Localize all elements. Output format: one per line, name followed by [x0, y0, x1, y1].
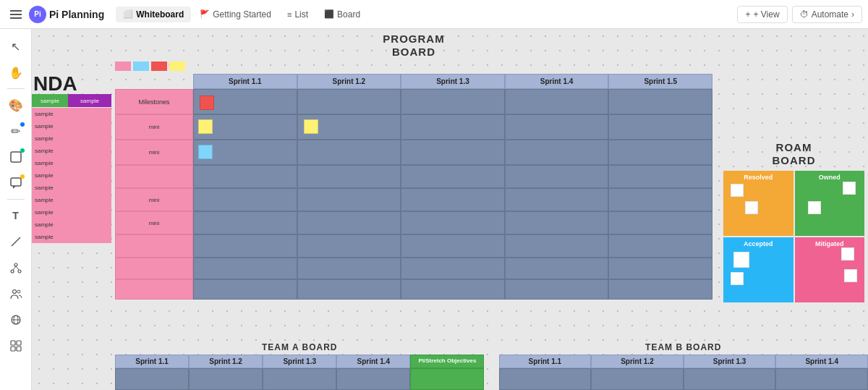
sprint-header-1: Sprint 1.1 — [193, 74, 297, 89]
color-blocks — [115, 62, 712, 71]
panel-row-11: sample — [32, 231, 111, 243]
sticky-yellow-2[interactable] — [304, 119, 318, 134]
svg-point-7 — [11, 270, 14, 273]
grid-cell-m1 — [193, 89, 297, 114]
roam-cell-accepted: Accepted — [723, 237, 793, 302]
grid-cell-r4s3 — [401, 188, 505, 211]
roam-board: ROAMBOARD Resolved Owned Accepted — [723, 141, 864, 302]
grid-cell-r5s3 — [401, 211, 505, 234]
roam-sticky-5[interactable] — [733, 252, 749, 268]
grid-cell-r2s1 — [193, 140, 297, 165]
svg-point-11 — [12, 290, 16, 294]
grid-row-1: mini — [115, 114, 712, 140]
roam-board-title: ROAMBOARD — [723, 141, 864, 167]
people-tool[interactable] — [4, 282, 27, 305]
grid-cell-r7s2 — [297, 258, 401, 279]
panel-row-2: sample — [32, 120, 111, 132]
network-tool[interactable] — [4, 256, 27, 279]
grid-cell-r8s4 — [505, 279, 609, 300]
text-tool[interactable]: T — [4, 204, 27, 227]
team-a-body-3 — [263, 368, 336, 390]
team-b-body-4 — [775, 368, 868, 390]
roam-mitigated-label: Mitigated — [798, 240, 862, 247]
color-block-pink — [115, 62, 131, 71]
globe-tool[interactable] — [4, 308, 27, 331]
panel-row-10: sample — [32, 219, 111, 231]
svg-point-6 — [14, 263, 17, 266]
svg-rect-0 — [10, 10, 22, 12]
svg-rect-16 — [11, 341, 15, 345]
grid-cell-r2s2 — [297, 140, 401, 165]
milestone-row-2: mini — [115, 140, 193, 165]
team-a-sprint-bodies — [115, 368, 485, 390]
panel-row-5: sample — [32, 157, 111, 169]
team-b-body-2 — [591, 368, 684, 390]
team-boards: TEAM A BOARD Sprint 1.1 Sprint 1.2 Sprin… — [115, 342, 868, 390]
grid-cell-m3 — [401, 89, 505, 114]
grid-cell-r1s2 — [297, 114, 401, 140]
panel-green-label: sample — [32, 94, 68, 107]
roam-sticky-4[interactable] — [808, 201, 821, 214]
panel-purple-label: sample — [68, 94, 111, 107]
roam-sticky-8[interactable] — [844, 269, 857, 282]
roam-resolved-label: Resolved — [726, 174, 791, 181]
svg-line-9 — [13, 266, 16, 270]
sticky-blue-1[interactable] — [198, 145, 213, 159]
ruler-tool[interactable] — [4, 230, 27, 253]
svg-point-12 — [17, 290, 20, 293]
nav-tabs: ⬜ Whiteboard 🚩 Getting Started ≡ List ⬛ … — [116, 7, 367, 22]
roam-sticky-2[interactable] — [745, 201, 758, 214]
svg-rect-2 — [10, 17, 22, 19]
menu-icon[interactable] — [6, 4, 26, 25]
team-b-board: TEAM B BOARD Sprint 1.1 Sprint 1.2 Sprin… — [499, 342, 869, 390]
team-b-sprint-bodies — [499, 368, 869, 390]
team-b-sprint-1: Sprint 1.1 — [499, 355, 592, 368]
palette-tool[interactable]: 🎨 — [4, 93, 27, 116]
template-tool[interactable] — [4, 334, 27, 357]
team-b-title: TEAM B BOARD — [499, 342, 869, 352]
grid-cell-r2s3 — [401, 140, 505, 165]
cursor-tool[interactable]: ↖ — [4, 35, 27, 58]
roam-sticky-3[interactable] — [843, 182, 856, 195]
grid-cell-r4s4 — [505, 188, 609, 211]
shapes-tool[interactable] — [4, 145, 27, 169]
roam-owned-label: Owned — [798, 174, 862, 181]
panel-row-6: sample — [32, 169, 111, 182]
grid-cell-r5s4 — [505, 211, 609, 234]
roam-sticky-6[interactable] — [731, 272, 744, 285]
pen-tool[interactable]: ✏ — [4, 119, 27, 143]
grid-cell-r2s5 — [608, 140, 712, 165]
comment-tool[interactable] — [4, 171, 27, 195]
grid-cell-r4s1 — [193, 188, 297, 211]
svg-rect-1 — [10, 14, 22, 15]
team-b-body-1 — [499, 368, 592, 390]
grid-cell-r6s5 — [608, 234, 712, 258]
tab-list[interactable]: ≡ List — [280, 7, 315, 22]
sprint-header-3: Sprint 1.3 — [401, 74, 505, 89]
roam-accepted-label: Accepted — [726, 240, 791, 247]
sticky-red-1[interactable] — [200, 96, 214, 110]
canvas-area[interactable]: NDA sample sample sample sample sample s… — [32, 29, 868, 390]
hand-tool[interactable]: ✋ — [4, 61, 27, 84]
grid-cell-r6s2 — [297, 234, 401, 258]
team-a-pi-stretch: PI/Stretch Objectives — [410, 355, 484, 368]
tab-whiteboard[interactable]: ⬜ Whiteboard — [116, 7, 191, 22]
milestone-row-3 — [115, 165, 193, 188]
panel-row-3: sample — [32, 132, 111, 145]
roam-sticky-1[interactable] — [731, 184, 744, 197]
automate-button[interactable]: ⏱ Automate › — [792, 6, 862, 23]
left-panel: sample sample sample sample sample sampl… — [32, 94, 111, 243]
roam-sticky-7[interactable] — [841, 247, 854, 260]
team-a-body-4 — [336, 368, 410, 390]
svg-rect-18 — [11, 347, 15, 351]
view-button[interactable]: + + View — [737, 6, 787, 23]
grid-cell-r1s1 — [193, 114, 297, 140]
team-b-sprint-2: Sprint 1.2 — [591, 355, 684, 368]
tab-board[interactable]: ⬛ Board — [317, 7, 367, 22]
toolbar-divider — [7, 88, 25, 89]
grid-cell-r1s5 — [608, 114, 712, 140]
tab-getting-started[interactable]: 🚩 Getting Started — [192, 7, 278, 22]
team-a-body-1 — [115, 368, 189, 390]
sticky-yellow-1[interactable] — [198, 119, 213, 134]
grid-cell-r1s4 — [505, 114, 609, 140]
